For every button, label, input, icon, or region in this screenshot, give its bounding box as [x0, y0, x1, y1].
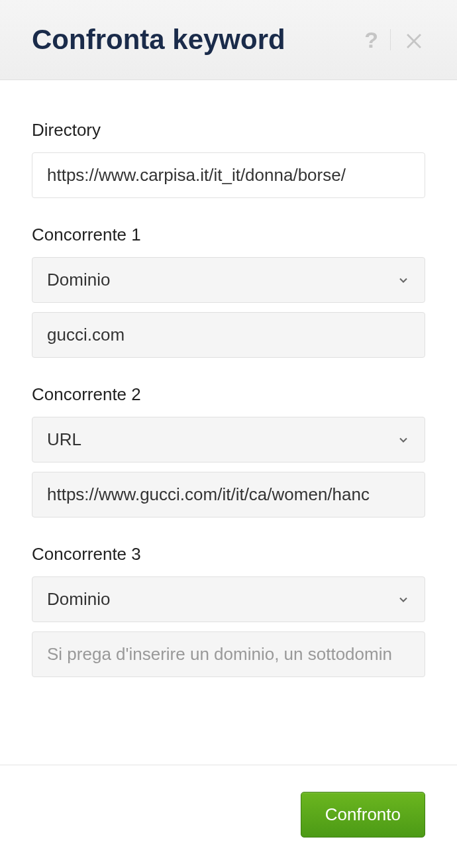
directory-input[interactable] [32, 152, 425, 198]
competitor-2-value-input[interactable] [32, 472, 425, 517]
modal-title: Confronta keyword [32, 24, 285, 56]
directory-label: Directory [32, 120, 425, 140]
competitor-1-label: Concorrente 1 [32, 225, 425, 245]
competitor-1-type-value: Dominio [47, 270, 110, 290]
modal-body: Directory Concorrente 1 Dominio Concorre… [0, 80, 457, 730]
directory-group: Directory [32, 120, 425, 198]
competitor-3-type-value: Dominio [47, 589, 110, 610]
close-icon[interactable] [403, 28, 425, 51]
competitor-2-type-value: URL [47, 429, 81, 450]
competitor-3-group: Concorrente 3 Dominio [32, 544, 425, 677]
competitor-3-value-input[interactable] [32, 631, 425, 677]
competitor-1-type-select[interactable]: Dominio [32, 257, 425, 303]
chevron-down-icon [397, 433, 410, 447]
competitor-3-type-select[interactable]: Dominio [32, 576, 425, 622]
competitor-2-group: Concorrente 2 URL [32, 384, 425, 517]
competitor-2-label: Concorrente 2 [32, 384, 425, 405]
competitor-3-label: Concorrente 3 [32, 544, 425, 565]
submit-button[interactable]: Confronto [301, 792, 425, 838]
chevron-down-icon [397, 593, 410, 606]
header-actions: ? [364, 27, 425, 53]
divider [390, 29, 391, 50]
help-icon[interactable]: ? [364, 27, 378, 53]
chevron-down-icon [397, 274, 410, 287]
modal-header: Confronta keyword ? [0, 0, 457, 80]
competitor-2-type-select[interactable]: URL [32, 417, 425, 462]
competitor-1-value-input[interactable] [32, 312, 425, 358]
competitor-1-group: Concorrente 1 Dominio [32, 225, 425, 358]
modal-footer: Confronto [0, 765, 457, 838]
